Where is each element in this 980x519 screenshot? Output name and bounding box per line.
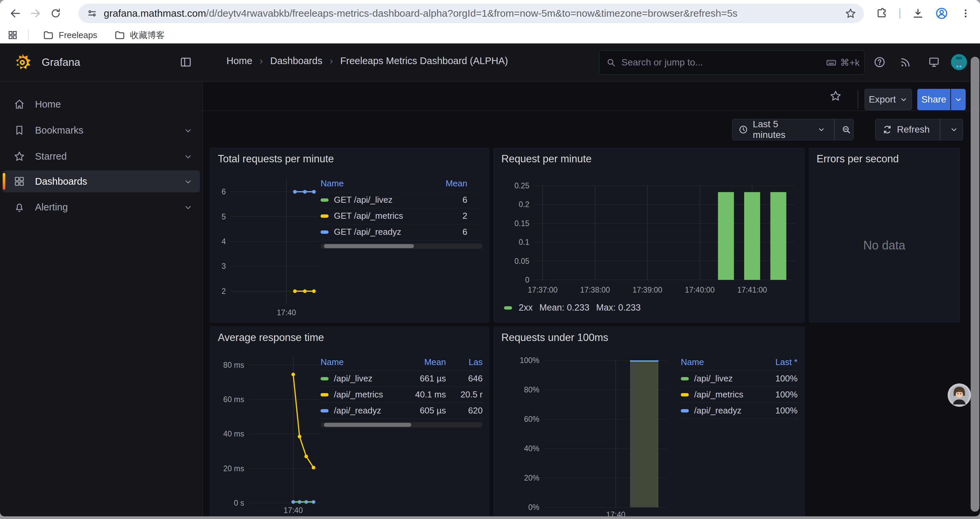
panel-total-requests[interactable]: Total requests per minute 6543217:40 Nam…: [210, 148, 489, 322]
panel-requests-under-100ms[interactable]: Requests under 100ms 100%80%60%40%20%0%1…: [494, 327, 805, 516]
col-last[interactable]: Last *: [757, 357, 797, 367]
menu-kebab-icon[interactable]: [957, 5, 974, 22]
sidebar-item-starred[interactable]: Starred: [3, 145, 200, 167]
assistant-avatar[interactable]: [947, 383, 971, 407]
sidebar-item-home[interactable]: Home: [3, 93, 200, 115]
svg-text:80%: 80%: [524, 385, 539, 394]
legend-row[interactable]: GET /api/_readyz 6: [321, 224, 483, 240]
time-range-picker[interactable]: Last 5 minutes: [732, 119, 854, 140]
sidebar-item-dashboards[interactable]: Dashboards: [3, 170, 200, 192]
svg-text:3: 3: [221, 262, 226, 270]
sidebar-item-bookmarks[interactable]: Bookmarks: [3, 119, 200, 141]
col-last[interactable]: Las: [446, 357, 483, 367]
scrollbar-thumb[interactable]: [324, 423, 411, 427]
svg-text:20 ms: 20 ms: [223, 464, 244, 473]
site-settings-icon[interactable]: [86, 8, 98, 19]
col-name[interactable]: Name: [321, 357, 396, 367]
legend-table: Name Mean Las /api/_livez 661 µs 646 /ap…: [321, 354, 483, 428]
chevron-down-icon[interactable]: [184, 126, 192, 135]
bookmark-icon: [13, 124, 25, 136]
refresh-divider: [940, 119, 940, 140]
series-last: 100%: [757, 374, 797, 384]
legend-row[interactable]: /api/_readyz 605 µs 620: [321, 403, 483, 419]
legend-row[interactable]: /api/_readyz 100%: [681, 403, 797, 419]
share-button[interactable]: Share: [917, 89, 950, 110]
downloads-icon[interactable]: [909, 5, 927, 22]
back-icon[interactable]: [7, 5, 24, 22]
grafana-logo-icon[interactable]: [13, 53, 32, 72]
legend-table: Name Last * /api/_livez 100% /api/_metri…: [681, 354, 797, 419]
search-icon: [606, 57, 616, 67]
forward-icon[interactable]: [27, 5, 44, 22]
series-name: 2xx: [519, 303, 533, 313]
help-icon[interactable]: [871, 53, 888, 71]
bookmark-folder-blogs[interactable]: 收藏博客: [109, 27, 170, 44]
breadcrumb-dashboards[interactable]: Dashboards: [270, 56, 322, 67]
url-path: /d/deytv4rwavabkb/freeleaps-metrics-dash…: [206, 8, 738, 19]
reload-icon[interactable]: [47, 5, 64, 22]
series-last: 100%: [757, 406, 797, 416]
dashboard-actions-row: Export Share: [202, 81, 980, 111]
series-chip: [681, 409, 689, 412]
browser-toolbar: grafana.mathmast.com/d/deytv4rwavabkb/fr…: [0, 0, 980, 27]
url-bar[interactable]: grafana.mathmast.com/d/deytv4rwavabkb/fr…: [78, 4, 864, 23]
legend-hscrollbar[interactable]: [321, 422, 483, 428]
legend-row[interactable]: /api/_livez 100%: [681, 371, 797, 387]
page-vscrollbar-thumb[interactable]: [970, 57, 979, 512]
rss-icon[interactable]: [897, 53, 914, 71]
col-name[interactable]: Name: [681, 357, 757, 367]
sidebar-collapse-icon[interactable]: [179, 56, 192, 69]
sidebar-item-alerting[interactable]: Alerting: [3, 196, 200, 218]
series-chip: [321, 198, 329, 202]
series-name: /api/_livez: [334, 374, 372, 384]
legend-row[interactable]: GET /api/_livez 6: [321, 192, 483, 208]
sidebar-item-label: Alerting: [35, 202, 68, 213]
panel-title[interactable]: Errors per second: [816, 153, 899, 165]
series-chip: [681, 393, 689, 396]
col-mean[interactable]: Mean: [396, 357, 446, 367]
legend-header[interactable]: Name Last *: [681, 354, 797, 371]
chevron-down-icon[interactable]: [184, 152, 192, 161]
series-mean: 40.1 ms: [396, 390, 446, 400]
legend-row[interactable]: GET /api/_metrics 2: [321, 208, 483, 224]
bookmark-star-icon[interactable]: [845, 7, 857, 19]
zoom-out-icon[interactable]: [839, 125, 853, 134]
legend-row[interactable]: /api/_metrics 100%: [681, 387, 797, 403]
monitor-icon[interactable]: [925, 53, 943, 71]
bar-chart[interactable]: 0.250.20.150.10.05017:37:0017:38:0017:39…: [494, 148, 805, 322]
legend-line[interactable]: 2xx Mean: 0.233 Max: 0.233: [504, 303, 641, 313]
col-name[interactable]: Name: [321, 178, 421, 189]
series-last: 100%: [757, 390, 797, 400]
extensions-icon[interactable]: [873, 5, 890, 22]
series-mean: 605 µs: [396, 406, 446, 416]
export-button[interactable]: Export: [865, 89, 912, 110]
legend-header[interactable]: Name Mean Las: [321, 354, 483, 371]
svg-text:17:40:00: 17:40:00: [685, 286, 715, 294]
folder-icon: [114, 29, 126, 41]
svg-text:0.25: 0.25: [514, 181, 529, 190]
scrollbar-thumb[interactable]: [324, 244, 414, 248]
bookmark-folder-freeleaps[interactable]: Freeleaps: [37, 27, 103, 43]
svg-text:6: 6: [221, 187, 226, 196]
refresh-button[interactable]: Refresh: [875, 119, 963, 140]
apps-grid-icon[interactable]: [7, 30, 18, 40]
search-shortcut: ⌘+k: [840, 57, 859, 68]
legend-row[interactable]: /api/_livez 661 µs 646: [321, 371, 483, 387]
panel-request-per-minute[interactable]: Request per minute 0.250.20.150.10.05017…: [494, 148, 805, 322]
series-name: /api/_readyz: [334, 406, 381, 416]
profile-icon[interactable]: [933, 5, 950, 22]
chevron-down-icon[interactable]: [184, 177, 192, 186]
chevron-down-icon[interactable]: [184, 203, 192, 212]
favorite-star-icon[interactable]: [827, 87, 844, 105]
share-dropdown-button[interactable]: [951, 89, 966, 110]
legend-header[interactable]: Name Mean: [321, 175, 483, 192]
legend-row[interactable]: /api/_metrics 40.1 ms 20.5 r: [321, 387, 483, 403]
user-avatar[interactable]: [950, 53, 968, 71]
col-mean[interactable]: Mean: [421, 178, 483, 189]
legend-hscrollbar[interactable]: [321, 243, 483, 249]
breadcrumb-home[interactable]: Home: [226, 56, 252, 67]
panel-errors-per-second[interactable]: Errors per second No data: [809, 148, 960, 322]
search-input[interactable]: Search or jump to... ⌘+k: [599, 50, 865, 75]
svg-text:40 ms: 40 ms: [223, 430, 244, 438]
panel-avg-response-time[interactable]: Average response time 80 ms60 ms40 ms20 …: [210, 327, 489, 516]
